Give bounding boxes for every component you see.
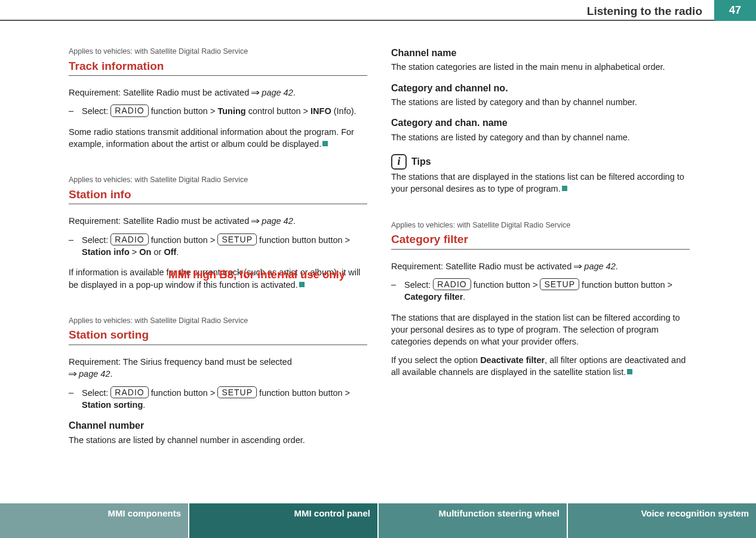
select-label: Select:	[82, 388, 110, 398]
text: function button >	[149, 106, 218, 116]
requirement-text: Requirement: The Sirius frequency band m…	[69, 357, 292, 367]
column-right: Channel name The station categories are …	[391, 47, 690, 452]
period: .	[616, 262, 618, 271]
footer-tab-voice-recognition[interactable]: Voice recognition system	[568, 503, 756, 538]
tips-label: Tips	[411, 155, 431, 168]
paragraph: The stations are listed by category and …	[391, 131, 690, 143]
period: .	[143, 400, 145, 410]
info-bold: INFO	[311, 106, 331, 116]
page-content: Applies to vehicles: with Satellite Digi…	[69, 47, 756, 452]
deactivate-filter-bold: Deactivate filter	[480, 355, 545, 365]
instruction-body: Select: RADIO function button > Tuning c…	[82, 104, 367, 117]
section-station-sorting-continued: Channel name The station categories are …	[391, 47, 690, 195]
paragraph: The stations that are displayed in the s…	[391, 312, 690, 348]
bullet-dash: –	[69, 386, 82, 411]
on-bold: On	[139, 247, 151, 257]
instruction-row: – Select: RADIO function button > SETUP …	[69, 386, 367, 411]
instruction-row: – Select: RADIO function button > SETUP …	[69, 233, 367, 259]
text: function button	[579, 280, 638, 290]
sub-heading: Channel name	[391, 47, 690, 60]
text: button >	[641, 280, 672, 290]
text: If you select the option	[391, 355, 480, 365]
page-ref: page 42	[262, 216, 293, 226]
sub-heading: Channel number	[69, 419, 367, 432]
instruction-row: – Select: RADIO function button > SETUP …	[391, 278, 690, 303]
para-text: Some radio stations transmit additional …	[69, 127, 354, 149]
end-mark-icon	[322, 141, 328, 146]
bullet-dash: –	[69, 104, 82, 117]
instruction-row: – Select: RADIO function button > Tuning…	[69, 104, 367, 117]
text: button >	[318, 235, 350, 245]
requirement-text: Requirement: Satellite Radio must be act…	[391, 262, 574, 271]
radio-key: RADIO	[110, 104, 148, 116]
radio-key: RADIO	[110, 233, 148, 245]
footer-tab-control-panel[interactable]: MMI control panel	[189, 503, 379, 538]
page-ref: page 42	[584, 262, 615, 271]
applies-note: Applies to vehicles: with Satellite Digi…	[69, 47, 367, 57]
end-mark-icon	[299, 282, 305, 287]
footer-tab-components[interactable]: MMI components	[0, 503, 189, 538]
watermark: MMI high B8, for internal use only	[168, 267, 345, 282]
station-sorting-bold: Station sorting	[82, 400, 143, 410]
header-title: Listening to the radio	[587, 4, 702, 20]
requirement-text: Requirement: Satellite Radio must be act…	[69, 88, 251, 97]
setup-key: SETUP	[217, 386, 257, 398]
page-ref: page 42	[79, 369, 110, 379]
text: or	[151, 247, 164, 257]
applies-note: Applies to vehicles: with Satellite Digi…	[391, 220, 690, 231]
instruction-body: Select: RADIO function button > SETUP fu…	[82, 233, 367, 259]
text: function button >	[471, 280, 540, 290]
section-category-filter: Applies to vehicles: with Satellite Digi…	[391, 220, 690, 378]
section-title: Track information	[69, 59, 367, 76]
select-label: Select:	[404, 280, 433, 290]
applies-note: Applies to vehicles: with Satellite Digi…	[69, 316, 367, 327]
text: >	[130, 247, 140, 257]
paragraph: The stations are listed by category and …	[391, 96, 690, 108]
footer-tabs: MMI components MMI control panel Multifu…	[0, 503, 756, 538]
info-icon: i	[391, 154, 407, 170]
requirement-text: Requirement: Satellite Radio must be act…	[69, 216, 251, 226]
instruction-body: Select: RADIO function button > SETUP fu…	[404, 278, 690, 303]
tips-row: i Tips	[391, 154, 690, 170]
arrow-icon: ⇒	[573, 260, 583, 272]
period: .	[176, 247, 179, 257]
text: function button >	[149, 388, 218, 398]
end-mark-icon	[627, 369, 632, 374]
sub-heading: Category and chan. name	[391, 116, 690, 130]
paragraph: The stations are listed by channel numbe…	[69, 434, 367, 446]
section-station-sorting: Applies to vehicles: with Satellite Digi…	[69, 316, 367, 446]
requirement: Requirement: The Sirius frequency band m…	[69, 356, 367, 380]
section-title: Category filter	[391, 232, 690, 250]
text: function button >	[149, 235, 218, 245]
setup-key: SETUP	[540, 278, 579, 290]
text: control button >	[246, 106, 311, 116]
off-bold: Off	[164, 247, 176, 257]
bullet-dash: –	[391, 278, 404, 303]
period: .	[293, 88, 296, 97]
text: (Info).	[331, 106, 357, 116]
page-header: Listening to the radio 47	[0, 0, 756, 21]
footer-tab-steering-wheel[interactable]: Multifunction steering wheel	[379, 503, 568, 538]
requirement: Requirement: Satellite Radio must be act…	[69, 87, 367, 99]
radio-key: RADIO	[433, 278, 471, 290]
section-track-information: Applies to vehicles: with Satellite Digi…	[69, 47, 367, 150]
paragraph: The stations that are displayed in the s…	[391, 171, 690, 195]
column-left: Applies to vehicles: with Satellite Digi…	[69, 47, 367, 452]
paragraph: Some radio stations transmit additional …	[69, 126, 367, 150]
setup-key: SETUP	[217, 233, 257, 245]
paragraph: If you select the option Deactivate filt…	[391, 354, 690, 379]
select-label: Select:	[82, 106, 110, 116]
text: function button	[257, 388, 316, 398]
period: .	[463, 292, 465, 302]
bullet-dash: –	[69, 233, 82, 259]
period: .	[110, 369, 112, 379]
select-label: Select:	[82, 235, 110, 245]
text: button >	[318, 388, 350, 398]
arrow-icon: ⇒	[68, 368, 78, 380]
page-ref: page 42	[262, 88, 293, 97]
arrow-icon: ⇒	[251, 215, 260, 227]
arrow-icon: ⇒	[251, 87, 260, 99]
paragraph: The station categories are listed in the…	[391, 61, 690, 73]
applies-note: Applies to vehicles: with Satellite Digi…	[69, 175, 367, 186]
station-info-bold: Station info	[82, 247, 130, 257]
